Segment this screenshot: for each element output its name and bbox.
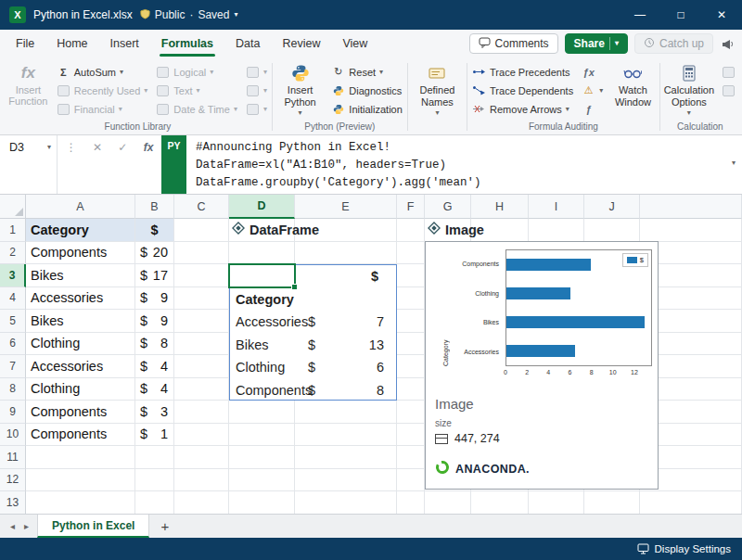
cell-E13[interactable] xyxy=(295,491,397,514)
column-header-H[interactable]: H xyxy=(471,195,529,219)
cell-B1[interactable]: $ xyxy=(135,219,174,242)
cell-I13[interactable] xyxy=(529,491,584,514)
cell-D9[interactable] xyxy=(229,401,295,424)
dataframe-category-cell[interactable]: Accessories xyxy=(230,311,295,334)
formula-code[interactable]: #Announcing Python in Excel!DataFrame=xl… xyxy=(186,135,742,194)
row-header-3[interactable]: 3 xyxy=(0,264,26,287)
cell-D11[interactable] xyxy=(229,446,295,469)
cell-A6[interactable]: Clothing xyxy=(26,333,135,356)
cell-C10[interactable] xyxy=(174,424,229,447)
cell-A4[interactable]: Accessories xyxy=(26,287,135,311)
calculate-now-button[interactable] xyxy=(720,63,737,81)
row-header-5[interactable]: 5 xyxy=(0,310,26,333)
cell-B2[interactable]: $20 xyxy=(135,242,174,265)
row-header-8[interactable]: 8 xyxy=(0,378,26,401)
cell-B7[interactable]: $4 xyxy=(135,355,174,378)
cell-C11[interactable] xyxy=(174,446,229,469)
dataframe-value-cell[interactable]: $8 xyxy=(295,379,396,402)
privacy-label[interactable]: Public xyxy=(155,8,186,21)
cell-B12[interactable] xyxy=(135,469,174,492)
cell-C13[interactable] xyxy=(174,491,229,514)
name-box[interactable]: D3 ▾ xyxy=(0,135,58,194)
cell-A12[interactable] xyxy=(26,469,135,492)
cell-A1[interactable]: Category xyxy=(26,219,135,242)
cell-D12[interactable] xyxy=(229,469,295,492)
diagnostics-button[interactable]: Diagnostics xyxy=(329,82,403,99)
cell-C1[interactable] xyxy=(174,219,229,242)
cell-F12[interactable] xyxy=(397,469,425,492)
date-time-button[interactable]: Date & Time▾ xyxy=(154,100,239,118)
recently-used-button[interactable]: Recently Used▾ xyxy=(55,82,150,99)
trace-precedents-button[interactable]: Trace Precedents xyxy=(470,63,575,81)
column-header-G[interactable]: G xyxy=(425,195,471,219)
save-status-chevron-icon[interactable]: ▾ xyxy=(234,11,237,19)
row-header-4[interactable]: 4 xyxy=(0,287,26,311)
cell-G13[interactable] xyxy=(425,491,471,514)
megaphone-icon[interactable] xyxy=(722,38,735,50)
tab-file[interactable]: File xyxy=(6,32,45,55)
dataframe-category-cell[interactable]: Bikes xyxy=(230,334,295,357)
cell-F3[interactable] xyxy=(397,264,425,287)
show-formulas-button[interactable]: ƒx xyxy=(580,63,605,81)
close-button[interactable]: ✕ xyxy=(701,0,742,30)
cell-C3[interactable] xyxy=(174,264,229,287)
row-header-6[interactable]: 6 xyxy=(0,333,26,356)
dataframe-category-cell[interactable]: Clothing xyxy=(230,356,295,379)
name-box-chevron-icon[interactable]: ▾ xyxy=(47,144,51,151)
maximize-button[interactable]: □ xyxy=(660,0,701,30)
cell-B13[interactable] xyxy=(135,491,174,514)
cell-C12[interactable] xyxy=(174,469,229,492)
document-title[interactable]: Python in Excel.xlsx xyxy=(33,8,133,21)
cell-A11[interactable] xyxy=(26,446,135,469)
cell-F10[interactable] xyxy=(397,424,425,447)
text-button[interactable]: Text▾ xyxy=(154,82,239,99)
cell-I1[interactable] xyxy=(529,219,584,242)
cell-A9[interactable]: Components xyxy=(26,401,135,424)
cell-B4[interactable]: $9 xyxy=(135,287,174,311)
cell-H13[interactable] xyxy=(471,491,529,514)
cell-E12[interactable] xyxy=(295,469,397,492)
cell-F6[interactable] xyxy=(397,333,425,356)
logical-button[interactable]: Logical▾ xyxy=(154,63,239,81)
cell-F8[interactable] xyxy=(397,378,425,401)
dataframe-value-cell[interactable]: $13 xyxy=(295,334,396,357)
dataframe-value-cell[interactable]: $7 xyxy=(295,311,396,334)
cell-J13[interactable] xyxy=(584,491,640,514)
tab-home[interactable]: Home xyxy=(46,32,97,55)
cancel-entry-icon[interactable]: ✕ xyxy=(93,141,102,154)
new-sheet-button[interactable]: + xyxy=(160,518,169,534)
row-header-11[interactable]: 11 xyxy=(0,446,26,469)
select-all-corner[interactable] xyxy=(0,195,26,219)
cell-F5[interactable] xyxy=(397,310,425,333)
cell-A5[interactable]: Bikes xyxy=(26,310,135,333)
tab-review[interactable]: Review xyxy=(272,32,330,55)
cell-F11[interactable] xyxy=(397,446,425,469)
cell-A3[interactable]: Bikes xyxy=(26,264,135,287)
dataframe-column-header[interactable]: $ xyxy=(295,265,396,288)
column-header-C[interactable]: C xyxy=(174,195,229,219)
cell-B10[interactable]: $1 xyxy=(135,424,174,447)
tab-insert[interactable]: Insert xyxy=(100,32,149,55)
cell-B3[interactable]: $17 xyxy=(135,264,174,287)
column-header-F[interactable]: F xyxy=(397,195,425,219)
calculation-options-button[interactable]: Calculation Options ▾ xyxy=(663,60,715,121)
sheet-nav-right-icon[interactable]: ▸ xyxy=(19,521,33,531)
row-header-2[interactable]: 2 xyxy=(0,242,26,265)
cell-F1[interactable] xyxy=(397,219,425,242)
reset-button[interactable]: ↻Reset▾ xyxy=(329,63,403,81)
comments-button[interactable]: Comments xyxy=(469,33,558,54)
save-status[interactable]: Saved xyxy=(198,8,229,21)
column-header-B[interactable]: B xyxy=(135,195,174,219)
excel-app-icon[interactable]: X xyxy=(9,6,26,23)
row-header-7[interactable]: 7 xyxy=(0,355,26,378)
cell-B5[interactable]: $9 xyxy=(135,310,174,333)
row-header-12[interactable]: 12 xyxy=(0,469,26,492)
tab-formulas[interactable]: Formulas xyxy=(151,32,224,55)
insert-function-button[interactable]: fx Insert Function xyxy=(6,60,50,121)
catch-up-button[interactable]: Catch up xyxy=(634,33,713,54)
math-trig-button[interactable]: ▾ xyxy=(244,82,269,99)
drag-handle-icon[interactable]: ⋮ xyxy=(66,141,77,154)
trace-dependents-button[interactable]: Trace Dependents xyxy=(470,82,575,99)
cell-B9[interactable]: $3 xyxy=(135,401,174,424)
column-header-E[interactable]: E xyxy=(295,195,397,219)
